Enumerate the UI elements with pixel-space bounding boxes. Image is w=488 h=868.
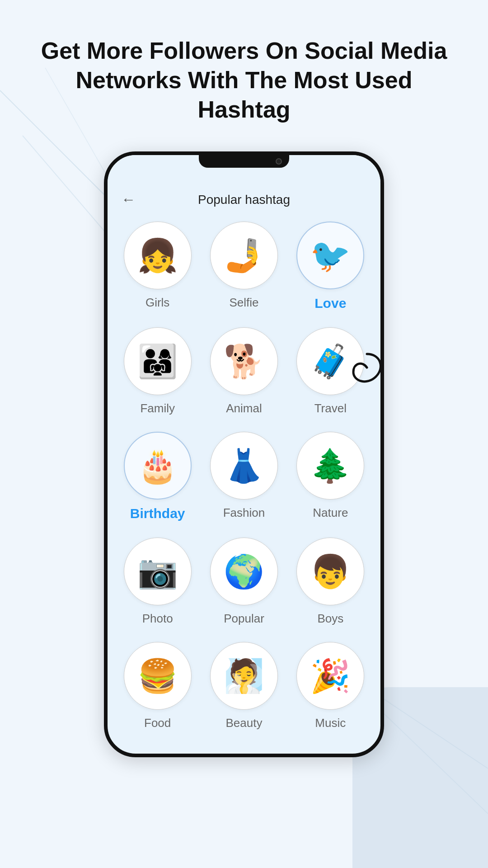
category-item-love[interactable]: 🐦Love: [290, 217, 371, 318]
category-label-photo: Photo: [142, 612, 173, 626]
side-button-volume-silent: [104, 236, 105, 259]
category-label-family: Family: [140, 401, 175, 415]
category-label-nature: Nature: [313, 506, 348, 520]
category-icon-selfie: 🤳: [210, 222, 278, 289]
camera-dot: [276, 158, 282, 165]
category-label-music: Music: [315, 716, 346, 730]
category-item-girls[interactable]: 👧Girls: [117, 217, 198, 318]
phone-wrapper: ← Popular hashtag 👧Girls🤳Selfie🐦Love👨‍👩‍…: [0, 151, 488, 757]
category-item-beauty[interactable]: 🧖Beauty: [203, 637, 285, 737]
phone-content: ← Popular hashtag 👧Girls🤳Selfie🐦Love👨‍👩‍…: [108, 182, 380, 751]
category-icon-family: 👨‍👩‍👧: [124, 327, 192, 395]
category-label-birthday: Birthday: [130, 506, 185, 521]
category-item-food[interactable]: 🍔Food: [117, 637, 198, 737]
category-item-animal[interactable]: 🐕Animal: [203, 323, 285, 423]
category-label-girls: Girls: [145, 296, 169, 310]
category-icon-food: 🍔: [124, 642, 192, 710]
category-label-animal: Animal: [226, 401, 262, 415]
category-label-love: Love: [314, 296, 346, 311]
category-icon-photo: 📷: [124, 538, 192, 605]
category-item-birthday[interactable]: 🎂Birthday: [117, 427, 198, 528]
category-label-boys: Boys: [317, 612, 343, 626]
category-item-family[interactable]: 👨‍👩‍👧Family: [117, 323, 198, 423]
notch-bar: [108, 155, 380, 182]
page-title: Popular hashtag: [198, 193, 290, 207]
side-button-volume-up: [104, 268, 105, 304]
phone-frame: ← Popular hashtag 👧Girls🤳Selfie🐦Love👨‍👩‍…: [104, 151, 384, 757]
category-label-travel: Travel: [314, 401, 347, 415]
category-icon-nature: 🌲: [296, 432, 364, 500]
category-item-boys[interactable]: 👦Boys: [290, 533, 371, 633]
category-item-fashion[interactable]: 👗Fashion: [203, 427, 285, 528]
category-icon-girls: 👧: [124, 222, 192, 289]
headline: Get More Followers On Social Media Netwo…: [0, 0, 488, 142]
category-icon-animal: 🐕: [210, 327, 278, 395]
category-label-beauty: Beauty: [226, 716, 263, 730]
swirl-decoration: [340, 345, 384, 399]
category-icon-love: 🐦: [296, 222, 364, 289]
phone-header: ← Popular hashtag: [108, 187, 380, 217]
side-button-power: [383, 282, 384, 331]
back-button[interactable]: ←: [121, 191, 136, 208]
category-item-popular[interactable]: 🌍Popular: [203, 533, 285, 633]
side-button-volume-down: [104, 313, 105, 349]
category-item-photo[interactable]: 📷Photo: [117, 533, 198, 633]
category-icon-music: 🎉: [296, 642, 364, 710]
category-item-selfie[interactable]: 🤳Selfie: [203, 217, 285, 318]
category-label-fashion: Fashion: [223, 506, 265, 520]
category-item-nature[interactable]: 🌲Nature: [290, 427, 371, 528]
category-icon-popular: 🌍: [210, 538, 278, 605]
category-grid: 👧Girls🤳Selfie🐦Love👨‍👩‍👧Family🐕Animal🧳Tra…: [108, 217, 380, 737]
category-icon-boys: 👦: [296, 538, 364, 605]
category-item-music[interactable]: 🎉Music: [290, 637, 371, 737]
category-label-selfie: Selfie: [229, 296, 258, 310]
category-label-food: Food: [144, 716, 171, 730]
category-label-popular: Popular: [224, 612, 264, 626]
category-icon-fashion: 👗: [210, 432, 278, 500]
notch: [199, 155, 289, 168]
category-icon-beauty: 🧖: [210, 642, 278, 710]
category-icon-birthday: 🎂: [124, 432, 192, 500]
